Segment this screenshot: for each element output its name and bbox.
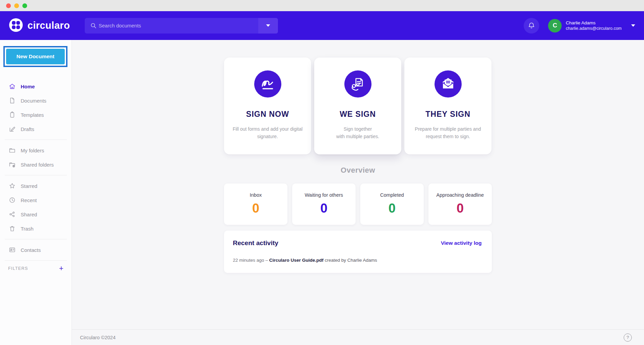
we-sign-card[interactable]: WE SIGN Sign together with multiple part…: [314, 58, 401, 154]
sidebar-item-label: Contacts: [21, 247, 41, 253]
stat-card-completed[interactable]: Completed 0: [360, 184, 424, 225]
sidebar-item-label: Starred: [21, 183, 37, 189]
user-name: Charlie Adams: [566, 20, 622, 25]
divider: [5, 260, 67, 261]
close-window-button[interactable]: [6, 3, 11, 8]
user-text: Charlie Adams charlie.adams@circularo.co…: [566, 20, 622, 31]
contact-card-icon: [9, 246, 16, 253]
envelope-letter-icon: [435, 70, 462, 98]
filters-section: FILTERS +: [0, 265, 72, 272]
folder-icon: [9, 147, 16, 154]
share-icon: [9, 211, 16, 218]
clock-icon: [9, 197, 16, 203]
edit-icon: [9, 126, 16, 132]
sidebar-item-home[interactable]: Home: [0, 79, 72, 93]
sidebar-item-label: Drafts: [21, 126, 34, 132]
stat-label: Completed: [360, 192, 424, 198]
home-icon: [9, 83, 16, 90]
window-titlebar: [0, 0, 644, 11]
copyright-text: Circularo ©2024: [80, 335, 116, 340]
user-menu[interactable]: C Charlie Adams charlie.adams@circularo.…: [548, 19, 635, 33]
sidebar-item-documents[interactable]: Documents: [0, 93, 72, 108]
sidebar-item-my-folders[interactable]: My folders: [0, 143, 72, 157]
divider: [5, 175, 67, 175]
sidebar-item-shared[interactable]: Shared: [0, 207, 72, 221]
signature-icon: [254, 70, 281, 98]
clipboard-icon: [9, 111, 16, 118]
footer: Circularo ©2024 ?: [72, 329, 644, 345]
action-title: WE SIGN: [314, 110, 401, 119]
divider: [5, 139, 67, 140]
search-options-button[interactable]: [258, 18, 278, 34]
shared-folder-icon: [9, 161, 16, 168]
user-email: charlie.adams@circularo.com: [566, 26, 622, 31]
activity-entry: 22 minutes ago – Circularo User Guide.pd…: [233, 258, 482, 263]
sidebar-item-label: Shared: [21, 212, 37, 217]
circularo-logo-icon: [9, 18, 23, 34]
divider: [5, 239, 67, 239]
sidebar-item-label: Recent: [21, 197, 37, 203]
action-title: THEY SIGN: [404, 110, 491, 119]
sign-now-card[interactable]: SIGN NOW Fill out forms and add your dig…: [224, 58, 311, 154]
sidebar-item-drafts[interactable]: Drafts: [0, 122, 72, 136]
sidebar-item-contacts[interactable]: Contacts: [0, 243, 72, 257]
activity-suffix: created by Charlie Adams: [325, 258, 377, 263]
trash-icon: [9, 225, 16, 232]
brand-logo[interactable]: circularo: [9, 18, 81, 34]
sidebar-item-shared-folders[interactable]: Shared folders: [0, 157, 72, 172]
action-title: SIGN NOW: [224, 110, 311, 119]
search-icon: [90, 22, 97, 29]
main-content: SIGN NOW Fill out forms and add your dig…: [72, 40, 644, 329]
header-right: C Charlie Adams charlie.adams@circularo.…: [524, 18, 635, 34]
sidebar-item-starred[interactable]: Starred: [0, 179, 72, 193]
search-bar: [85, 18, 278, 34]
sidebar-nav: Home Documents Templates Drafts: [0, 79, 72, 272]
stat-label: Inbox: [224, 192, 287, 198]
help-button[interactable]: ?: [624, 333, 632, 342]
stat-card-approaching-deadline[interactable]: Approaching deadline 0: [428, 184, 492, 225]
stat-value: 0: [360, 201, 424, 216]
view-activity-log-link[interactable]: View activity log: [441, 240, 482, 246]
stat-label: Approaching deadline: [428, 192, 492, 198]
they-sign-card[interactable]: THEY SIGN Prepare for multiple parties a…: [404, 58, 491, 154]
chevron-down-icon: [631, 24, 635, 27]
sidebar-item-trash[interactable]: Trash: [0, 221, 72, 236]
new-document-button[interactable]: New Document: [6, 49, 65, 64]
bell-icon: [528, 22, 535, 29]
recent-activity-card: Recent activity View activity log 22 min…: [224, 231, 492, 273]
stat-card-waiting-for-others[interactable]: Waiting for others 0: [292, 184, 356, 225]
sidebar: New Document Home Documents Templates: [0, 40, 72, 345]
sidebar-item-label: Trash: [21, 226, 34, 232]
activity-time: 22 minutes ago: [233, 258, 264, 263]
brand-name: circularo: [27, 20, 70, 31]
stat-value: 0: [428, 201, 492, 216]
sidebar-item-templates[interactable]: Templates: [0, 108, 72, 122]
add-filter-button[interactable]: +: [59, 265, 63, 272]
app-window: circularo C Charlie Adams c: [0, 0, 644, 345]
sidebar-item-label: My folders: [21, 148, 44, 153]
stat-value: 0: [292, 201, 356, 216]
stat-card-inbox[interactable]: Inbox 0: [224, 184, 287, 225]
new-document-highlight: New Document: [3, 46, 67, 67]
action-description: Sign together with multiple parties.: [322, 126, 394, 140]
action-description: Fill out forms and add your digital sign…: [232, 126, 303, 140]
sidebar-item-label: Shared folders: [21, 162, 54, 168]
star-icon: [9, 182, 16, 189]
notifications-button[interactable]: [524, 18, 539, 34]
overview-stats-row: Inbox 0 Waiting for others 0 Completed 0…: [224, 184, 492, 225]
overview-heading: Overview: [224, 166, 492, 175]
filters-label: FILTERS: [8, 266, 28, 271]
user-avatar: C: [548, 19, 562, 33]
activity-document-name[interactable]: Circularo User Guide.pdf: [269, 258, 323, 263]
hand-document-icon: [344, 70, 371, 98]
document-icon: [9, 97, 16, 104]
minimize-window-button[interactable]: [14, 3, 19, 8]
action-description: Prepare for multiple parties and request…: [412, 126, 484, 140]
sidebar-item-recent[interactable]: Recent: [0, 193, 72, 207]
stat-label: Waiting for others: [292, 192, 356, 198]
sidebar-item-label: Templates: [21, 112, 44, 118]
maximize-window-button[interactable]: [22, 3, 27, 8]
stat-value: 0: [224, 201, 287, 216]
sign-actions-row: SIGN NOW Fill out forms and add your dig…: [224, 58, 492, 154]
search-input[interactable]: [99, 18, 258, 34]
